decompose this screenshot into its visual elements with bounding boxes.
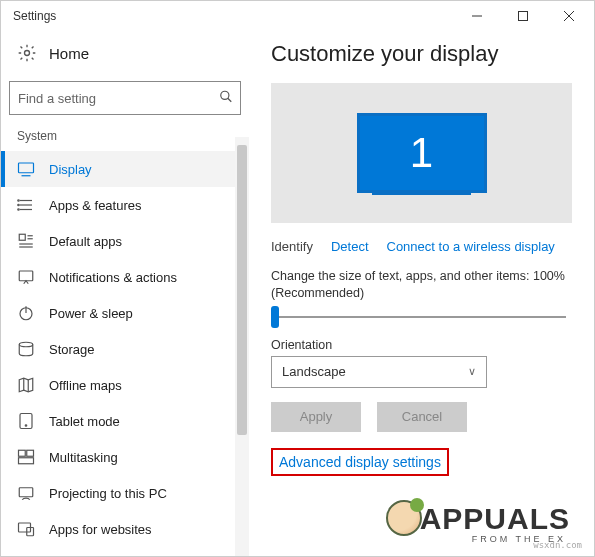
sidebar-item-label: Tablet mode bbox=[49, 414, 120, 429]
monitor-number: 1 bbox=[410, 129, 433, 177]
sidebar-item-tablet-mode[interactable]: Tablet mode bbox=[1, 403, 249, 439]
svg-rect-7 bbox=[19, 163, 34, 173]
svg-rect-31 bbox=[19, 488, 33, 497]
detect-link[interactable]: Detect bbox=[331, 239, 369, 254]
sidebar-item-offline-maps[interactable]: Offline maps bbox=[1, 367, 249, 403]
svg-line-6 bbox=[228, 98, 232, 102]
window-title: Settings bbox=[13, 9, 454, 23]
slider-thumb[interactable] bbox=[271, 306, 279, 328]
map-icon bbox=[17, 376, 35, 394]
svg-point-23 bbox=[19, 342, 33, 347]
titlebar: Settings bbox=[1, 1, 594, 31]
svg-rect-28 bbox=[19, 450, 26, 456]
sidebar-item-apps-websites[interactable]: Apps for websites bbox=[1, 511, 249, 547]
sidebar-item-label: Storage bbox=[49, 342, 95, 357]
sidebar-item-default-apps[interactable]: Default apps bbox=[1, 223, 249, 259]
sidebar-item-label: Notifications & actions bbox=[49, 270, 177, 285]
scale-slider[interactable] bbox=[271, 310, 572, 324]
tablet-icon bbox=[17, 412, 35, 430]
gear-icon bbox=[17, 43, 37, 63]
power-icon bbox=[17, 304, 35, 322]
svg-point-12 bbox=[18, 200, 20, 202]
sidebar-item-projecting[interactable]: Projecting to this PC bbox=[1, 475, 249, 511]
apply-cancel-row: Apply Cancel bbox=[271, 402, 572, 432]
scale-text: Change the size of text, apps, and other… bbox=[271, 268, 572, 302]
mascot-icon bbox=[386, 500, 422, 536]
search-box[interactable] bbox=[9, 81, 241, 115]
display-icon bbox=[17, 160, 35, 178]
svg-point-27 bbox=[25, 425, 27, 427]
svg-point-4 bbox=[25, 51, 30, 56]
home-label: Home bbox=[49, 45, 89, 62]
watermark-site: wsxdn.com bbox=[533, 540, 582, 550]
sidebar-item-label: Display bbox=[49, 162, 92, 177]
chevron-down-icon: ∨ bbox=[468, 365, 476, 378]
sidebar-item-power-sleep[interactable]: Power & sleep bbox=[1, 295, 249, 331]
apps-websites-icon bbox=[17, 520, 35, 538]
svg-point-13 bbox=[18, 204, 20, 206]
content-pane: Customize your display 1 Identify Detect… bbox=[249, 31, 594, 556]
display-actions-row: Identify Detect Connect to a wireless di… bbox=[271, 239, 572, 254]
monitor-tile-1[interactable]: 1 bbox=[357, 113, 487, 193]
maximize-button[interactable] bbox=[500, 1, 546, 31]
nav-list: Display Apps & features Default apps Not… bbox=[1, 151, 249, 547]
sidebar-item-label: Apps & features bbox=[49, 198, 142, 213]
watermark-brand: APPUALS bbox=[420, 502, 570, 536]
minimize-button[interactable] bbox=[454, 1, 500, 31]
search-icon bbox=[219, 90, 233, 107]
watermark-logo: APPUALS FROM THE EX bbox=[386, 500, 570, 536]
sidebar-item-label: Multitasking bbox=[49, 450, 118, 465]
sidebar-item-notifications[interactable]: Notifications & actions bbox=[1, 259, 249, 295]
display-preview[interactable]: 1 bbox=[271, 83, 572, 223]
close-button[interactable] bbox=[546, 1, 592, 31]
default-apps-icon bbox=[17, 232, 35, 250]
svg-point-5 bbox=[221, 91, 229, 99]
svg-point-14 bbox=[18, 209, 20, 211]
identify-link[interactable]: Identify bbox=[271, 239, 313, 254]
orientation-value: Landscape bbox=[282, 364, 346, 379]
sidebar-item-label: Default apps bbox=[49, 234, 122, 249]
home-button[interactable]: Home bbox=[1, 37, 249, 73]
sidebar-item-multitasking[interactable]: Multitasking bbox=[1, 439, 249, 475]
svg-rect-29 bbox=[27, 450, 34, 456]
orientation-select[interactable]: Landscape ∨ bbox=[271, 356, 487, 388]
sidebar-item-label: Offline maps bbox=[49, 378, 122, 393]
notifications-icon bbox=[17, 268, 35, 286]
list-icon bbox=[17, 196, 35, 214]
sidebar: Home System Display Apps & features Defa… bbox=[1, 31, 249, 556]
sidebar-item-apps-features[interactable]: Apps & features bbox=[1, 187, 249, 223]
sidebar-item-display[interactable]: Display bbox=[1, 151, 249, 187]
svg-rect-30 bbox=[19, 458, 34, 464]
orientation-label: Orientation bbox=[271, 338, 572, 352]
search-input[interactable] bbox=[9, 81, 241, 115]
svg-rect-15 bbox=[19, 234, 25, 240]
sidebar-item-label: Projecting to this PC bbox=[49, 486, 167, 501]
window-controls bbox=[454, 1, 592, 31]
storage-icon bbox=[17, 340, 35, 358]
advanced-display-settings-link[interactable]: Advanced display settings bbox=[271, 448, 449, 476]
section-label: System bbox=[1, 129, 249, 151]
apply-button[interactable]: Apply bbox=[271, 402, 361, 432]
connect-wireless-link[interactable]: Connect to a wireless display bbox=[387, 239, 555, 254]
multitasking-icon bbox=[17, 448, 35, 466]
sidebar-item-label: Apps for websites bbox=[49, 522, 152, 537]
svg-rect-1 bbox=[519, 12, 528, 21]
cancel-button[interactable]: Cancel bbox=[377, 402, 467, 432]
sidebar-item-storage[interactable]: Storage bbox=[1, 331, 249, 367]
sidebar-item-label: Power & sleep bbox=[49, 306, 133, 321]
page-title: Customize your display bbox=[271, 41, 572, 67]
scrollbar-thumb[interactable] bbox=[237, 145, 247, 435]
projecting-icon bbox=[17, 484, 35, 502]
svg-rect-20 bbox=[19, 271, 33, 281]
sidebar-scrollbar[interactable] bbox=[235, 137, 249, 556]
slider-track[interactable] bbox=[271, 310, 572, 324]
